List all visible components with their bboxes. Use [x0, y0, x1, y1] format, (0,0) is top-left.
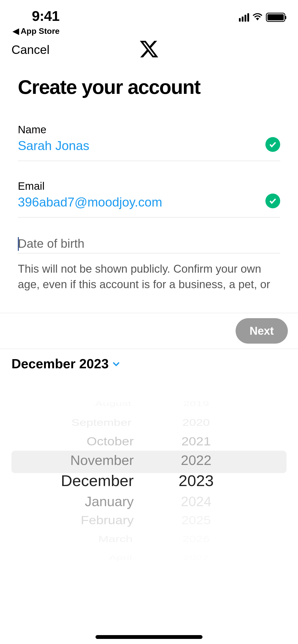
wheel-item[interactable]: 2021: [181, 433, 211, 449]
cellular-signal-icon: [239, 13, 249, 22]
month-wheel[interactable]: August September October November Decemb…: [32, 394, 144, 521]
wheel-item[interactable]: February: [81, 512, 134, 528]
dob-field[interactable]: Date of birth: [18, 237, 280, 253]
dob-placeholder: Date of birth: [18, 237, 280, 251]
action-bar: Next: [0, 313, 298, 349]
wheel-item[interactable]: April: [109, 553, 132, 562]
cancel-button[interactable]: Cancel: [11, 43, 49, 57]
wheel-item[interactable]: January: [85, 492, 134, 511]
wheel-item[interactable]: 2019: [183, 399, 209, 408]
wheel-item[interactable]: 2027: [183, 553, 209, 562]
wheel-item[interactable]: March: [98, 533, 132, 545]
status-bar: 9:41 ◀ App Store: [0, 0, 298, 28]
status-time: 9:41: [32, 8, 60, 24]
dob-helper-text: This will not be shown publicly. Confirm…: [18, 261, 280, 292]
chevron-down-icon: [112, 356, 120, 371]
email-label: Email: [18, 180, 280, 192]
nav-header: Cancel: [0, 28, 298, 61]
picker-header-label: December 2023: [11, 356, 109, 371]
wheel-item[interactable]: 2022: [181, 451, 211, 470]
status-icons: [239, 8, 285, 22]
battery-icon: [266, 13, 285, 22]
next-button[interactable]: Next: [236, 318, 288, 344]
page-title: Create your account: [18, 76, 280, 98]
wheel-item-selected[interactable]: 2023: [179, 470, 214, 492]
email-value: 396abad7@moodjoy.com: [18, 195, 280, 210]
check-icon: [265, 137, 280, 152]
check-icon: [265, 194, 280, 208]
wheel-item[interactable]: August: [95, 399, 131, 408]
wheel-item[interactable]: September: [71, 416, 132, 429]
x-logo-icon: [139, 39, 159, 60]
email-field[interactable]: Email 396abad7@moodjoy.com: [18, 180, 280, 217]
wheel-item[interactable]: 2026: [182, 533, 210, 545]
name-field[interactable]: Name Sarah Jonas: [18, 124, 280, 161]
home-indicator[interactable]: [96, 635, 202, 639]
wheel-item[interactable]: 2020: [182, 416, 210, 429]
name-label: Name: [18, 124, 280, 136]
wheel-item[interactable]: 2025: [181, 512, 211, 528]
wifi-icon: [253, 13, 262, 22]
wheel-item[interactable]: 2024: [181, 492, 211, 511]
date-picker: December 2023 August September October N…: [0, 351, 298, 526]
wheel-item[interactable]: October: [87, 433, 134, 449]
wheel-item[interactable]: November: [70, 451, 134, 470]
name-value: Sarah Jonas: [18, 138, 280, 153]
year-wheel[interactable]: 2019 2020 2021 2022 2023 2024 2025 2026 …: [164, 394, 228, 521]
picker-header-toggle[interactable]: December 2023: [11, 356, 287, 371]
wheel-item-selected[interactable]: December: [61, 470, 134, 492]
text-cursor: [18, 237, 19, 251]
